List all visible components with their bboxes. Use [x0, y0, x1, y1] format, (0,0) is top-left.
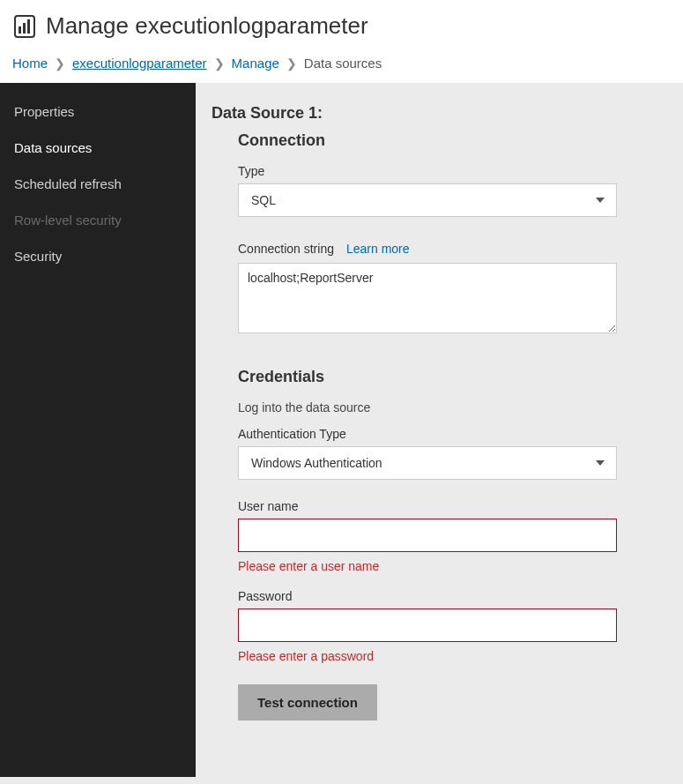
svg-rect-1 — [19, 26, 21, 34]
sidebar-item-row-level-security: Row-level security — [0, 202, 196, 238]
password-label: Password — [238, 589, 667, 603]
svg-rect-2 — [23, 23, 26, 34]
sidebar-item-properties[interactable]: Properties — [0, 93, 196, 130]
sidebar-item-data-sources[interactable]: Data sources — [0, 130, 196, 166]
svg-rect-3 — [27, 19, 30, 34]
chevron-right-icon: ❯ — [55, 56, 65, 71]
sidebar: Properties Data sources Scheduled refres… — [0, 83, 196, 777]
auth-type-label: Authentication Type — [238, 427, 667, 441]
connection-string-input[interactable] — [238, 263, 617, 333]
data-source-heading: Data Source 1: — [212, 104, 667, 123]
username-input[interactable] — [238, 519, 617, 552]
learn-more-link[interactable]: Learn more — [346, 242, 410, 256]
connection-string-label: Connection string — [238, 242, 334, 256]
breadcrumb-manage[interactable]: Manage — [232, 56, 279, 71]
type-select[interactable]: SQL — [238, 183, 617, 217]
credentials-subtext: Log into the data source — [238, 400, 667, 414]
credentials-heading: Credentials — [238, 368, 667, 386]
powerbi-logo-icon — [12, 14, 37, 39]
page-title: Manage executionlogparameter — [46, 12, 368, 40]
username-label: User name — [238, 499, 667, 513]
sidebar-item-scheduled-refresh[interactable]: Scheduled refresh — [0, 166, 196, 202]
type-label: Type — [238, 164, 667, 178]
sidebar-item-security[interactable]: Security — [0, 238, 196, 274]
username-error: Please enter a user name — [238, 559, 667, 573]
test-connection-button[interactable]: Test connection — [238, 684, 377, 721]
content-area: Data Source 1: Connection Type SQL Conne… — [196, 83, 683, 777]
breadcrumb-current: Data sources — [304, 56, 382, 71]
breadcrumb: Home ❯ executionlogparameter ❯ Manage ❯ … — [12, 56, 671, 71]
breadcrumb-home[interactable]: Home — [12, 56, 48, 71]
auth-type-select[interactable]: Windows Authentication — [238, 446, 617, 480]
password-input[interactable] — [238, 609, 617, 642]
connection-heading: Connection — [238, 131, 667, 150]
chevron-right-icon: ❯ — [214, 56, 225, 71]
breadcrumb-item[interactable]: executionlogparameter — [72, 56, 207, 71]
password-error: Please enter a password — [238, 649, 667, 663]
chevron-right-icon: ❯ — [286, 56, 297, 71]
